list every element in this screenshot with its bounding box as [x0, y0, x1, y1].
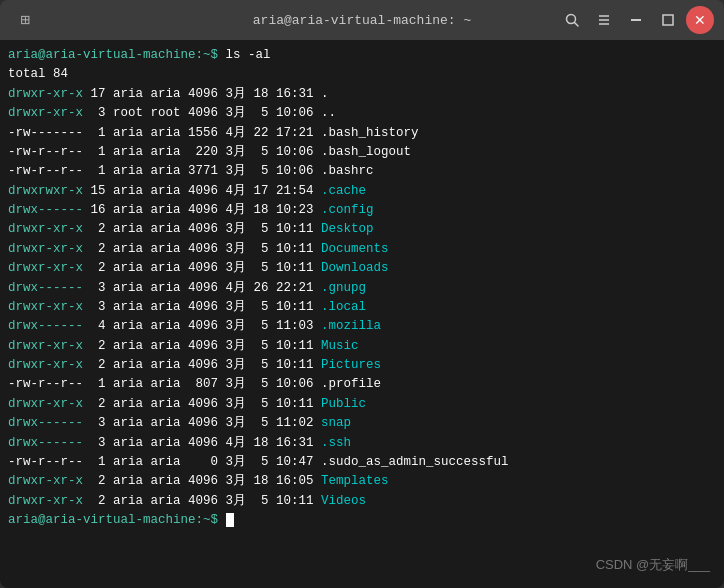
file-line: drwx------ 3 aria aria 4096 3月 5 11:02 s… — [8, 414, 716, 433]
file-line: -rw------- 1 aria aria 1556 4月 22 17:21 … — [8, 124, 716, 143]
search-button[interactable] — [558, 6, 586, 34]
svg-rect-6 — [663, 15, 673, 25]
file-line: drwxr-xr-x 2 aria aria 4096 3月 5 10:11 M… — [8, 337, 716, 356]
file-line: -rw-r--r-- 1 aria aria 0 3月 5 10:47 .sud… — [8, 453, 716, 472]
file-line: -rw-r--r-- 1 aria aria 3771 3月 5 10:06 .… — [8, 162, 716, 181]
file-line: -rw-r--r-- 1 aria aria 220 3月 5 10:06 .b… — [8, 143, 716, 162]
file-line: drwxr-xr-x 2 aria aria 4096 3月 5 10:11 P… — [8, 356, 716, 375]
command-line: aria@aria-virtual-machine:~$ ls -al — [8, 46, 716, 65]
file-line: drwx------ 16 aria aria 4096 4月 18 10:23… — [8, 201, 716, 220]
file-line: drwxr-xr-x 2 aria aria 4096 3月 5 10:11 P… — [8, 395, 716, 414]
titlebar: ⊞ aria@aria-virtual-machine: ~ — [0, 0, 724, 40]
file-line: drwxr-xr-x 2 aria aria 4096 3月 5 10:11 D… — [8, 240, 716, 259]
cursor — [226, 513, 234, 527]
maximize-button[interactable] — [654, 6, 682, 34]
titlebar-right: ✕ — [558, 6, 714, 34]
file-line: drwxr-xr-x 2 aria aria 4096 3月 5 10:11 D… — [8, 259, 716, 278]
svg-rect-5 — [631, 19, 641, 21]
final-prompt-line: aria@aria-virtual-machine:~$ — [8, 511, 716, 530]
titlebar-left: ⊞ — [10, 10, 40, 30]
file-line: drwxr-xr-x 3 aria aria 4096 3月 5 10:11 .… — [8, 298, 716, 317]
command-text: ls -al — [218, 48, 271, 62]
file-line: -rw-r--r-- 1 aria aria 807 3月 5 10:06 .p… — [8, 375, 716, 394]
close-button[interactable]: ✕ — [686, 6, 714, 34]
file-line: drwxr-xr-x 2 aria aria 4096 3月 18 16:05 … — [8, 472, 716, 491]
file-line: drwx------ 3 aria aria 4096 4月 18 16:31 … — [8, 434, 716, 453]
minimize-button[interactable] — [622, 6, 650, 34]
file-line: drwxrwxr-x 15 aria aria 4096 4月 17 21:54… — [8, 182, 716, 201]
final-prompt: aria@aria-virtual-machine:~$ — [8, 513, 218, 527]
file-line: drwxr-xr-x 3 root root 4096 3月 5 10:06 .… — [8, 104, 716, 123]
file-line: drwxr-xr-x 2 aria aria 4096 3月 5 10:11 V… — [8, 492, 716, 511]
terminal-window: ⊞ aria@aria-virtual-machine: ~ — [0, 0, 724, 588]
titlebar-title: aria@aria-virtual-machine: ~ — [253, 13, 471, 28]
terminal-body[interactable]: aria@aria-virtual-machine:~$ ls -altotal… — [0, 40, 724, 588]
file-line: drwxr-xr-x 17 aria aria 4096 3月 18 16:31… — [8, 85, 716, 104]
prompt: aria@aria-virtual-machine:~$ — [8, 48, 218, 62]
file-line: drwxr-xr-x 2 aria aria 4096 3月 5 10:11 D… — [8, 220, 716, 239]
window-icon: ⊞ — [10, 10, 40, 30]
svg-line-1 — [575, 23, 579, 27]
menu-button[interactable] — [590, 6, 618, 34]
file-line: drwx------ 3 aria aria 4096 4月 26 22:21 … — [8, 279, 716, 298]
file-line: drwx------ 4 aria aria 4096 3月 5 11:03 .… — [8, 317, 716, 336]
total-line: total 84 — [8, 65, 716, 84]
